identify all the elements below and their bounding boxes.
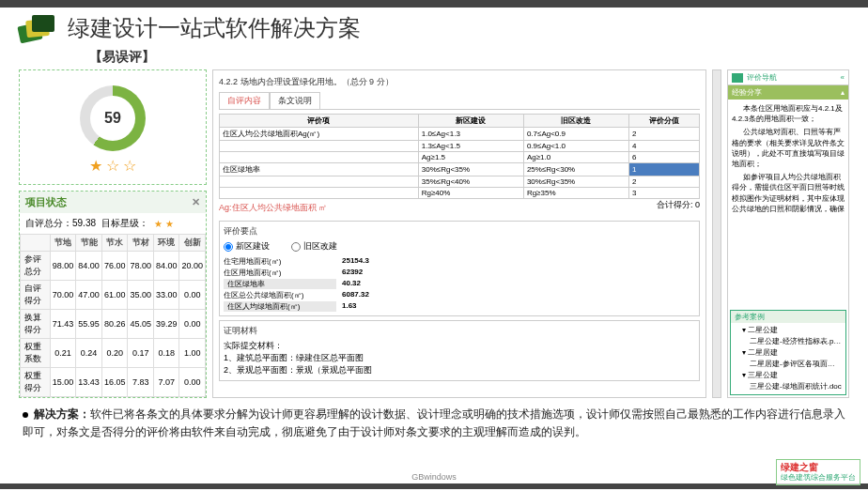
table-row: 参评总分98.0084.0076.0078.0084.0020.00 [21,252,206,281]
table-row: 权重系数0.210.240.200.170.181.00 [21,339,206,368]
tree-file[interactable]: 二星公建-经济性指标表.png [735,336,842,347]
table-row: Ag≥1.5Ag≥1.06 [220,152,700,163]
ref-tree: ▾ 二星公建 二星公建-经济性指标表.png ▾ 二星居建 二星居建-参评区各项… [731,323,845,394]
score-value: 59 [90,96,135,141]
tree-item[interactable]: ▾ 二星居建 [735,347,842,359]
nav-icon [732,73,743,83]
ref-panel: 参考案例 ▾ 二星公建 二星公建-经济性指标表.png ▾ 二星居建 二星居建-… [730,310,846,395]
description: 解决方案：软件已将各条文的具体要求分解为设计师更容易理解的设计数据、设计理念或明… [23,406,845,441]
table-row: 权重得分15.0013.4316.057.837.070.00 [21,368,206,397]
tree-file[interactable]: 三星公建-绿地面积统计.doc [735,381,842,392]
header: 绿建设计一站式软件解决方案 [0,8,868,49]
books-icon [19,15,56,41]
clause-title: 4.2.2 场地内合理设置绿化用地。（总分 9 分） [219,76,700,88]
top-bar [0,0,868,8]
table-row: 换算得分71.4355.9580.2645.0539.290.00 [21,310,206,339]
exp-body: 本条住区用地面积应与4.2.1及4.2.3条的用地面积一致；公共绿地对面积、日照… [728,100,848,308]
score-ring-icon: 59 [80,85,146,151]
tree-item[interactable]: ▾ 二星公建 [735,325,842,336]
table-footer: Ag:住区人均公共绿地面积 ㎡ 合计得分: 0 [219,199,700,217]
content-area: 59 ★ ☆ ☆ 项目状态✕ 自评总分：59.38目标星级：★ ★ 节地节能节水… [19,69,849,398]
evidence: 证明材料 实际提交材料： 1、建筑总平面图：绿建住区总平面图 2、景观总平面图：… [219,320,700,381]
up-icon: ▴ [841,88,845,97]
tree-file[interactable]: 二星居建-参评区各项面积指标 [735,359,842,370]
nav-header[interactable]: 评价导航« [728,70,848,85]
tab-self-eval[interactable]: 自评内容 [219,92,270,109]
table-row: 35%≤Rg<40%30%≤Rg<35%2 [220,176,700,188]
table-row: 1.3≤Ag<1.50.9≤Ag<1.04 [220,141,700,152]
footer-brand: GBwindows [0,470,868,483]
tabbar: 自评内容 条文说明 [219,92,700,110]
criteria-table: 评价项新区建设旧区改造评价分值 住区人均公共绿地面积Ag(㎡)1.0≤Ag<1.… [219,114,700,199]
close-icon[interactable]: ✕ [192,196,200,208]
stamp: 绿建之窗绿色建筑综合服务平台 [776,459,860,485]
table-row: Rg≥40%Rg≥35%3 [220,188,700,199]
radio-old[interactable]: 旧区改建 [291,240,337,253]
status-header: 项目状态✕ [20,192,206,213]
table-row: 自评得分70.0047.0061.0035.0033.000.00 [21,281,206,310]
scrollbar[interactable] [712,69,721,398]
footer: GBwindows [0,470,868,491]
tab-notes[interactable]: 条文说明 [270,92,320,109]
score-stars: ★ ☆ ☆ [29,157,196,175]
status-summary: 自评总分：59.38目标星级：★ ★ [20,213,206,234]
page-title: 绿建设计一站式软件解决方案 [68,13,361,43]
eval-points: 评价要点 新区建设 旧区改建 住宅用地面积(㎡)25154.3 住区用地面积(㎡… [219,221,700,316]
status-table: 节地节能节水节材环境创新 参评总分98.0084.0076.0078.0084.… [20,234,206,397]
slide: 绿建设计一站式软件解决方案 【易误评】 59 ★ ☆ ☆ 项目状态✕ 自评总分：… [0,0,868,491]
right-panel: 评价导航« 经验分享▴ 本条住区用地面积应与4.2.1及4.2.3条的用地面积一… [727,69,849,398]
main-panel: 4.2.2 场地内合理设置绿化用地。（总分 9 分） 自评内容 条文说明 评价项… [212,69,706,398]
radio-new[interactable]: 新区建设 [224,240,270,253]
table-row: 住区人均公共绿地面积Ag(㎡)1.0≤Ag<1.30.7≤Ag<0.92 [220,128,700,141]
exp-header[interactable]: 经验分享▴ [728,85,848,100]
status-panel: 项目状态✕ 自评总分：59.38目标星级：★ ★ 节地节能节水节材环境创新 参评… [19,191,207,398]
left-col: 59 ★ ☆ ☆ 项目状态✕ 自评总分：59.38目标星级：★ ★ 节地节能节水… [19,69,207,398]
bullet-icon [23,412,28,418]
ref-header[interactable]: 参考案例 [731,311,845,323]
tree-item[interactable]: ▾ 三星公建 [735,370,842,381]
table-row: 住区绿地率30%≤Rg<35%25%≤Rg<30%1 [220,163,700,176]
value-grid: 住宅用地面积(㎡)25154.3 住区用地面积(㎡)62392 住区绿地率40.… [224,256,695,312]
score-panel: 59 ★ ☆ ☆ [19,69,207,185]
subtitle: 【易误评】 [89,49,868,66]
